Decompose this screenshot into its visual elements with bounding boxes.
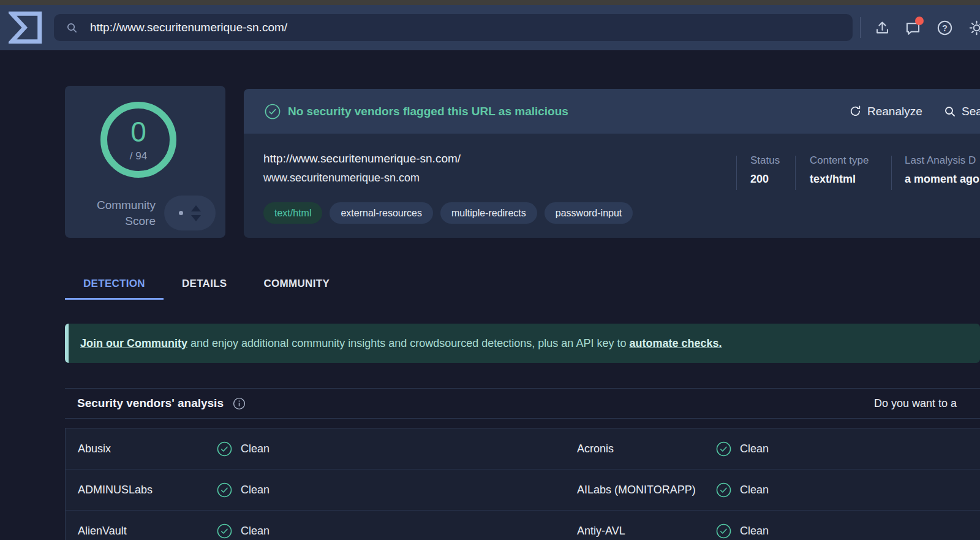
vendor-name: ADMINUSLabs <box>78 484 217 496</box>
tab-detection[interactable]: DETECTION <box>65 270 164 300</box>
verdict-text: No security vendors flagged this URL as … <box>288 105 568 118</box>
similar-search-button[interactable]: Sea <box>944 89 980 134</box>
app-header: ? <box>0 5 980 50</box>
info-icon[interactable] <box>233 397 246 410</box>
clean-check-icon <box>217 482 232 498</box>
clean-check-icon <box>217 441 232 457</box>
virustotal-logo-icon[interactable] <box>9 10 43 45</box>
vendor-name: Acronis <box>577 443 716 455</box>
meta-divider <box>795 156 796 190</box>
vendor-result: Clean <box>716 482 980 498</box>
url-search-input[interactable] <box>90 21 840 34</box>
clean-check-icon <box>716 482 731 498</box>
vendor-name: Abusix <box>78 443 217 455</box>
verdict-banner: No security vendors flagged this URL as … <box>244 89 980 134</box>
score-ring: 0 / 94 <box>100 102 176 178</box>
vendor-result: Clean <box>217 441 577 457</box>
report-tabs: DETECTION DETAILS COMMUNITY <box>65 270 348 300</box>
header-divider <box>860 17 861 38</box>
community-score-card: 0 / 94 Community Score <box>65 86 225 238</box>
analyzed-url[interactable]: http://www.securitenumerique-sn.com/ <box>263 152 461 165</box>
vendor-name: AILabs (MONITORAPP) <box>577 484 716 496</box>
clean-check-icon <box>716 441 731 457</box>
community-vote-widget[interactable] <box>164 196 216 230</box>
theme-toggle-icon[interactable] <box>968 19 980 36</box>
upload-icon[interactable] <box>873 19 891 36</box>
clean-check-icon <box>217 523 232 539</box>
vendor-result: Clean <box>716 523 980 539</box>
tab-details[interactable]: DETAILS <box>164 270 246 300</box>
join-community-banner: Join our Community and enjoy additional … <box>65 324 980 363</box>
vendor-name: Antiy-AVL <box>577 525 716 538</box>
notification-dot <box>915 17 924 25</box>
tags-row: text/html external-resources multiple-re… <box>263 202 633 224</box>
search-icon <box>944 105 956 118</box>
tag-password-input[interactable]: password-input <box>545 202 633 224</box>
community-score-denominator: / 94 <box>130 150 147 162</box>
table-row: Abusix Clean Acronis Clean <box>66 428 980 470</box>
tag-external-resources[interactable]: external-resources <box>330 202 433 224</box>
tab-community[interactable]: COMMUNITY <box>246 270 349 300</box>
automate-checks-link[interactable]: automate checks. <box>629 337 722 349</box>
comments-icon[interactable] <box>904 19 921 36</box>
check-circle-icon <box>265 104 281 120</box>
browser-top-strip <box>0 0 980 5</box>
community-score-label: Community Score <box>97 197 156 229</box>
vendor-result: Clean <box>716 441 980 457</box>
meta-last-analysis: Last Analysis D a moment ago <box>905 154 979 186</box>
url-search-bar[interactable] <box>54 14 853 41</box>
vendor-name: AlienVault <box>78 525 217 538</box>
table-row: AlienVault Clean Antiy-AVL Clean <box>66 511 980 540</box>
vendors-analysis-table: Abusix Clean Acronis Clean ADMINUSLabs C… <box>65 428 980 540</box>
join-community-link[interactable]: Join our Community <box>80 337 187 349</box>
vote-down-icon[interactable] <box>191 215 201 221</box>
svg-text:?: ? <box>942 23 948 32</box>
analyzed-domain[interactable]: www.securitenumerique-sn.com <box>263 172 420 184</box>
meta-divider <box>736 156 737 190</box>
report-body: http://www.securitenumerique-sn.com/ www… <box>244 134 980 238</box>
join-banner-text: and enjoy additional community insights … <box>187 337 629 349</box>
meta-divider <box>891 156 892 190</box>
meta-content-type: Content type text/html <box>810 154 869 186</box>
tag-multiple-redirects[interactable]: multiple-redirects <box>440 202 537 224</box>
table-row: ADMINUSLabs Clean AILabs (MONITORAPP) Cl… <box>66 470 980 511</box>
meta-status: Status 200 <box>750 154 780 186</box>
analysis-header: Security vendors' analysis Do you want t… <box>65 388 980 419</box>
tag-text-html[interactable]: text/html <box>263 202 322 224</box>
analysis-title: Security vendors' analysis <box>77 397 224 410</box>
search-icon <box>66 22 78 34</box>
vendor-result: Clean <box>217 523 577 539</box>
url-report-card: No security vendors flagged this URL as … <box>244 89 980 238</box>
vote-dot-icon <box>179 211 183 215</box>
help-icon[interactable]: ? <box>936 19 953 36</box>
community-score-value: 0 <box>130 118 146 146</box>
clean-check-icon <box>716 523 731 539</box>
reanalyze-button[interactable]: Reanalyze <box>849 89 922 134</box>
vote-up-icon[interactable] <box>191 205 201 211</box>
vendor-result: Clean <box>217 482 577 498</box>
automate-checks-note[interactable]: Do you want to a <box>874 397 957 410</box>
refresh-icon <box>849 105 862 118</box>
